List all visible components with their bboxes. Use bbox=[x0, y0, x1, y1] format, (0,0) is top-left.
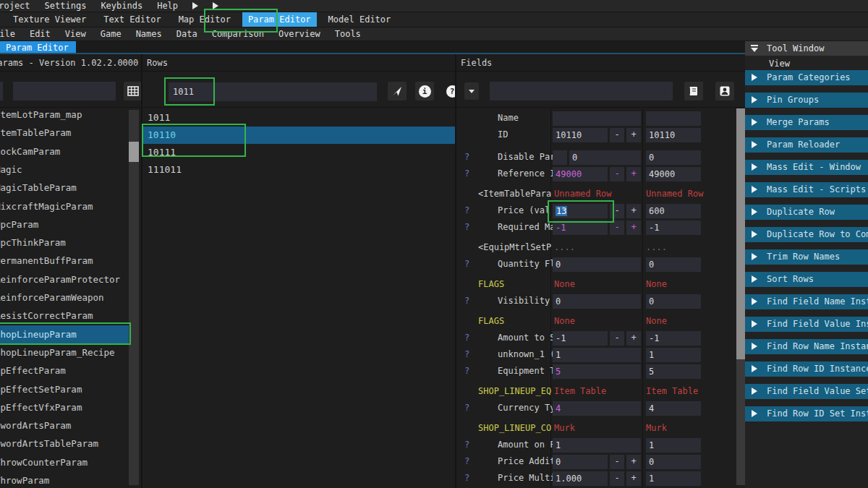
field-value-input[interactable]: -1 bbox=[553, 221, 608, 235]
field-search-dropdown[interactable] bbox=[464, 82, 479, 100]
param-item-swordartsparam[interactable]: SwordArtsParam bbox=[0, 416, 130, 435]
row-search-input[interactable] bbox=[169, 82, 377, 101]
increment-button[interactable]: + bbox=[626, 128, 641, 142]
param-item-speffectparam[interactable]: SpEffectParam bbox=[0, 361, 130, 380]
tool-merge-params[interactable]: Merge Params bbox=[745, 115, 868, 130]
menu-tools[interactable]: Tools bbox=[335, 29, 361, 39]
editor-tab-map-editor[interactable]: Map Editor bbox=[173, 12, 237, 27]
tool-mass-edit-scripts[interactable]: Mass Edit - Scripts bbox=[745, 182, 868, 197]
decrement-button[interactable]: - bbox=[610, 455, 624, 469]
param-item-lockcamparam[interactable]: LockCamParam bbox=[0, 142, 130, 160]
field-value-input[interactable]: 10110 bbox=[553, 128, 608, 142]
clipped-input-fragment[interactable] bbox=[0, 82, 3, 100]
row-info-button[interactable]: i bbox=[415, 82, 434, 100]
field-names-button[interactable] bbox=[684, 82, 703, 100]
param-item-resistcorrectparam[interactable]: ResistCorrectParam bbox=[0, 307, 130, 325]
editor-tab-model-editor[interactable]: Model Editor bbox=[323, 12, 397, 27]
field-search-input[interactable] bbox=[490, 82, 673, 100]
param-item-npcthinkparam[interactable]: NpcThinkParam bbox=[0, 234, 130, 252]
editor-tab-texture-viewer[interactable]: Texture Viewer bbox=[7, 12, 92, 27]
menu-file[interactable]: File bbox=[0, 29, 15, 39]
param-item-permanentbuffparam[interactable]: PermanentBuffParam bbox=[0, 252, 130, 270]
menu-game[interactable]: Game bbox=[101, 29, 122, 39]
param-search-input[interactable] bbox=[13, 82, 116, 100]
tool-sort-rows[interactable]: Sort Rows bbox=[745, 272, 868, 287]
play-icon[interactable] bbox=[213, 2, 218, 9]
tool-mass-edit-window[interactable]: Mass Edit - Window bbox=[745, 160, 868, 175]
row-goto-button[interactable] bbox=[388, 82, 407, 100]
increment-button[interactable]: + bbox=[626, 331, 641, 346]
decrement-button[interactable]: - bbox=[610, 204, 624, 218]
param-item-magictableparam[interactable]: MagicTableParam bbox=[0, 179, 130, 197]
param-item-speffectvfxparam[interactable]: SpEffectVfxParam bbox=[0, 398, 130, 416]
field-value-input[interactable]: 0 bbox=[553, 294, 641, 309]
play-icon[interactable] bbox=[192, 2, 198, 9]
field-value-input[interactable]: 4 bbox=[553, 401, 641, 416]
checkbox-input[interactable] bbox=[553, 150, 567, 165]
menu-project[interactable]: Project bbox=[0, 1, 30, 11]
param-item-reinforceparamweapon[interactable]: ReinforceParamWeapon bbox=[0, 288, 130, 307]
increment-button[interactable]: + bbox=[626, 204, 641, 218]
menu-edit[interactable]: Edit bbox=[30, 29, 51, 39]
vanilla-compare-button[interactable] bbox=[715, 82, 734, 100]
param-table-view-button[interactable] bbox=[124, 82, 142, 100]
tool-trim-row-names[interactable]: Trim Row Names bbox=[745, 249, 868, 265]
decrement-button[interactable]: - bbox=[610, 167, 624, 181]
param-item-itemlotparam-map[interactable]: ItemLotParam_map bbox=[0, 108, 130, 124]
field-value-input[interactable]: 1.000 bbox=[553, 471, 608, 486]
menu-data[interactable]: Data bbox=[176, 29, 197, 39]
tool-find-row-id-instance[interactable]: Find Row ID Instance bbox=[745, 361, 868, 377]
row-item-10111[interactable]: 10111 bbox=[143, 144, 455, 161]
tool-find-field-value-ins[interactable]: Find Field Value Ins bbox=[745, 317, 868, 332]
field-value-input[interactable]: 13 bbox=[553, 204, 608, 218]
editor-tab-param-editor[interactable]: Param Editor bbox=[242, 12, 317, 27]
param-item-throwparam[interactable]: ThrowParam bbox=[0, 471, 130, 488]
menu-comparison[interactable]: Comparison bbox=[212, 29, 264, 39]
tool-find-row-id-set-inst[interactable]: Find Row ID Set Inst bbox=[745, 406, 868, 421]
field-value-input[interactable]: 0 bbox=[569, 150, 641, 165]
param-item-swordartstableparam[interactable]: SwordArtsTableParam bbox=[0, 435, 130, 453]
menu-names[interactable]: Names bbox=[136, 29, 162, 39]
tool-window-view-menu[interactable]: View bbox=[745, 56, 868, 71]
increment-button[interactable]: + bbox=[626, 167, 641, 181]
tool-param-categories[interactable]: Param Categories bbox=[745, 70, 868, 85]
param-scrollbar-thumb[interactable] bbox=[129, 142, 139, 162]
param-item-shoplineupparam[interactable]: ShopLineupParam bbox=[0, 325, 130, 343]
tool-duplicate-row[interactable]: Duplicate Row bbox=[745, 205, 868, 220]
field-value-input[interactable]: -1 bbox=[553, 331, 608, 346]
field-value-input[interactable]: 5 bbox=[553, 364, 641, 379]
decrement-button[interactable]: - bbox=[610, 331, 624, 346]
param-item-mixcraftmagicparam[interactable]: MixcraftMagicParam bbox=[0, 197, 130, 215]
increment-button[interactable]: + bbox=[626, 455, 641, 469]
param-item-speffectsetparam[interactable]: SpEffectSetParam bbox=[0, 380, 130, 398]
tool-duplicate-row-to-com[interactable]: Duplicate Row to Com bbox=[745, 227, 868, 242]
decrement-button[interactable]: - bbox=[610, 471, 624, 486]
param-item-npcparam[interactable]: NpcParam bbox=[0, 215, 130, 234]
increment-button[interactable]: + bbox=[626, 471, 641, 486]
tool-find-field-value-set[interactable]: Find Field Value Set bbox=[745, 384, 868, 399]
field-value-input[interactable]: 0 bbox=[553, 455, 608, 469]
param-item-reinforceparamprotector[interactable]: ReinforceParamProtector bbox=[0, 270, 130, 288]
param-item-throwcounterparam[interactable]: ThrowCounterParam bbox=[0, 453, 130, 471]
decrement-button[interactable]: - bbox=[610, 128, 624, 142]
field-value-input[interactable]: 0 bbox=[553, 257, 641, 272]
tool-param-reloader[interactable]: Param Reloader bbox=[745, 137, 868, 153]
menu-keybinds[interactable]: Keybinds bbox=[101, 1, 142, 11]
increment-button[interactable]: + bbox=[626, 221, 641, 235]
param-item-itemtableparam[interactable]: ItemTableParam bbox=[0, 124, 130, 142]
tool-pin-groups[interactable]: Pin Groups bbox=[745, 93, 868, 108]
param-item-shoplineupparam-recipe[interactable]: ShopLineupParam_Recipe bbox=[0, 343, 130, 361]
field-value-input[interactable]: 1 bbox=[553, 438, 641, 453]
field-value-input[interactable]: 1 bbox=[553, 348, 641, 362]
fields-scrollbar-thumb[interactable] bbox=[736, 108, 745, 359]
field-value-input[interactable] bbox=[553, 111, 641, 126]
menu-help[interactable]: Help bbox=[157, 1, 178, 11]
tool-find-field-name-inst[interactable]: Find Field Name Inst bbox=[745, 294, 868, 309]
row-item-111011[interactable]: 111011 bbox=[143, 161, 455, 179]
editor-tab-text-editor[interactable]: Text Editor bbox=[98, 12, 166, 27]
row-item-1011[interactable]: 1011 bbox=[143, 109, 455, 127]
tool-find-row-name-instan[interactable]: Find Row Name Instan bbox=[745, 339, 868, 354]
menu-settings[interactable]: Settings bbox=[45, 1, 87, 11]
params-rows-divider[interactable] bbox=[141, 54, 142, 488]
menu-overview[interactable]: Overview bbox=[278, 29, 320, 39]
